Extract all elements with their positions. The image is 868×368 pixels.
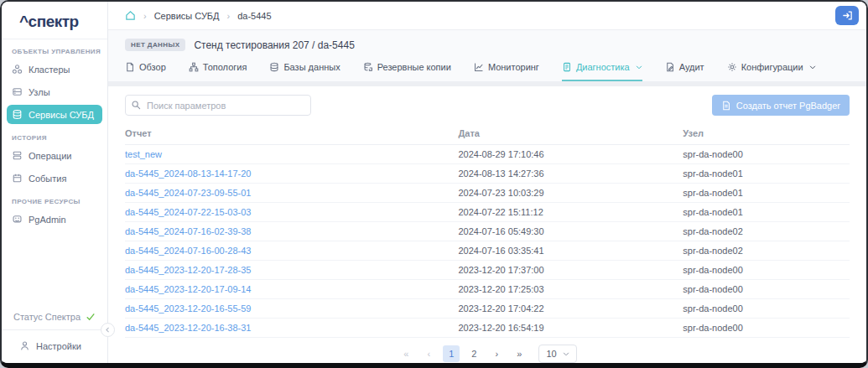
sidebar-section-history: ИСТОРИЯ <box>2 126 107 144</box>
collapse-circle-icon <box>105 327 111 333</box>
report-node: spr-da-node00 <box>683 319 850 338</box>
login-icon <box>842 10 853 21</box>
create-report-label: Создать отчет PgBadger <box>736 101 840 111</box>
report-node: spr-da-node00 <box>683 261 850 280</box>
topology-icon <box>189 62 199 72</box>
pagination-prev-button[interactable]: ‹ <box>420 345 437 362</box>
report-link[interactable]: da-5445_2024-08-13-14-17-20 <box>125 168 251 179</box>
status-label: Статус Спектра <box>13 312 81 322</box>
search-input[interactable] <box>125 95 311 116</box>
create-pgbadger-report-button[interactable]: Создать отчет PgBadger <box>712 95 850 116</box>
sidebar: ^спектр ОБЪЕКТЫ УПРАВЛЕНИЯ Кластеры Узлы… <box>2 2 108 363</box>
sidebar-collapse-button[interactable] <box>101 323 115 337</box>
events-icon <box>12 173 23 184</box>
sidebar-item-nodes[interactable]: Узлы <box>7 82 102 101</box>
report-link[interactable]: da-5445_2023-12-20-17-28-35 <box>125 265 251 275</box>
pagination-next-button[interactable]: › <box>488 345 505 362</box>
report-link[interactable]: test_new <box>125 149 162 159</box>
report-link[interactable]: da-5445_2024-07-16-00-28-43 <box>125 246 251 256</box>
clusters-icon <box>12 64 23 75</box>
report-link[interactable]: da-5445_2023-12-20-16-38-31 <box>125 323 251 333</box>
config-gear-icon <box>727 62 737 72</box>
table-header-row: Отчет Дата Узел <box>125 123 850 145</box>
tab-overview[interactable]: Обзор <box>125 62 166 81</box>
tab-label: Мониторинг <box>488 62 539 72</box>
sidebar-item-label: Сервисы СУБД <box>29 110 94 120</box>
service-header: НЕТ ДАННЫХ Стенд тестирования 207 / da-5… <box>108 30 866 81</box>
column-header-node: Узел <box>683 123 850 145</box>
home-icon[interactable] <box>125 10 136 21</box>
sidebar-item-pgadmin[interactable]: PgAdmin <box>7 210 102 229</box>
sidebar-item-settings[interactable]: Настройки <box>2 330 107 363</box>
sidebar-item-label: Кластеры <box>29 65 70 75</box>
sidebar-item-operations[interactable]: Операции <box>7 146 102 165</box>
tab-databases[interactable]: Базы данных <box>269 62 340 81</box>
status-badge: НЕТ ДАННЫХ <box>125 39 185 51</box>
sidebar-item-label: События <box>29 174 66 184</box>
tab-configurations[interactable]: Конфигурации <box>727 62 816 81</box>
spektr-status: Статус Спектра <box>2 304 107 329</box>
sidebar-item-events[interactable]: События <box>7 168 102 188</box>
report-link[interactable]: da-5445_2023-12-20-17-09-14 <box>125 284 251 294</box>
report-date: 2023-12-20 16:54:19 <box>458 319 683 338</box>
sidebar-item-label: Операции <box>29 151 71 161</box>
pagination-last-button[interactable]: » <box>511 345 528 362</box>
pagination-page-2[interactable]: 2 <box>465 345 482 362</box>
report-node: spr-da-node01 <box>683 164 850 184</box>
backup-icon <box>363 62 373 72</box>
page-size-select[interactable]: 10 <box>538 345 576 363</box>
report-link[interactable]: da-5445_2024-07-23-09-55-01 <box>125 188 251 198</box>
tab-label: Аудит <box>679 62 704 72</box>
tab-bar: Обзор Топология Базы данных Резервные ко… <box>125 62 850 81</box>
report-node: spr-da-node02 <box>683 222 850 241</box>
exit-button[interactable] <box>835 6 859 25</box>
tab-monitoring[interactable]: Мониторинг <box>474 62 539 81</box>
reports-toolbar: Создать отчет PgBadger <box>125 95 850 116</box>
breadcrumb: › Сервисы СУБД › da-5445 <box>108 2 866 30</box>
database-icon <box>269 62 279 72</box>
nodes-icon <box>12 86 23 97</box>
report-node: spr-da-node00 <box>683 280 850 299</box>
report-date: 2024-07-22 15:11:12 <box>458 203 683 222</box>
column-header-date: Дата <box>458 123 683 145</box>
table-row: da-5445_2023-12-20-16-55-59 2023-12-20 1… <box>125 299 850 319</box>
page-size-value: 10 <box>546 349 556 359</box>
table-row: da-5445_2024-07-16-00-28-43 2024-07-16 0… <box>125 241 850 261</box>
table-row: da-5445_2023-12-20-17-28-35 2023-12-20 1… <box>125 261 850 280</box>
app-window: ^спектр ОБЪЕКТЫ УПРАВЛЕНИЯ Кластеры Узлы… <box>0 0 868 368</box>
breadcrumb-item-service[interactable]: da-5445 <box>237 11 271 21</box>
report-date: 2023-12-20 17:25:03 <box>458 280 683 299</box>
report-link[interactable]: da-5445_2023-12-20-16-55-59 <box>125 303 251 314</box>
sidebar-item-db-services[interactable]: Сервисы СУБД <box>7 105 102 124</box>
tab-label: Топология <box>203 62 247 72</box>
sidebar-item-label: PgAdmin <box>29 215 66 225</box>
sidebar-section-other: ПРОЧИЕ РЕСУРСЫ <box>2 189 107 208</box>
report-link[interactable]: da-5445_2024-07-22-15-03-03 <box>125 207 251 217</box>
operations-icon <box>12 150 23 161</box>
table-row: da-5445_2023-12-20-17-09-14 2023-12-20 1… <box>125 280 850 299</box>
table-row: da-5445_2023-12-20-16-38-31 2023-12-20 1… <box>125 319 850 338</box>
report-date: 2024-08-13 14:27:36 <box>458 164 683 184</box>
tab-label: Конфигурации <box>741 62 803 72</box>
tab-topology[interactable]: Топология <box>189 62 247 81</box>
settings-label: Настройки <box>36 341 81 351</box>
report-link[interactable]: da-5445_2024-07-16-02-39-38 <box>125 226 251 236</box>
tab-diagnostics[interactable]: Диагностика <box>562 62 642 81</box>
sidebar-item-clusters[interactable]: Кластеры <box>7 60 102 79</box>
report-node: spr-da-node00 <box>683 299 850 319</box>
pagination-page-1[interactable]: 1 <box>443 345 460 362</box>
tab-audit[interactable]: Аудит <box>665 62 704 81</box>
tab-backups[interactable]: Резервные копии <box>363 62 451 81</box>
table-row: da-5445_2024-07-16-02-39-38 2024-07-16 0… <box>125 222 850 241</box>
report-date: 2024-08-29 17:10:46 <box>458 145 683 164</box>
diagnostics-icon <box>562 62 572 72</box>
sidebar-footer: Статус Спектра Настройки <box>2 304 107 363</box>
breadcrumb-item-db-services[interactable]: Сервисы СУБД <box>154 11 220 21</box>
report-date: 2024-07-16 05:49:30 <box>458 222 683 241</box>
sidebar-divider <box>2 329 107 330</box>
document-icon <box>125 62 135 72</box>
pagination-first-button[interactable]: « <box>398 345 414 362</box>
chevron-down-icon <box>636 65 642 70</box>
report-date: 2023-12-20 17:04:22 <box>458 299 683 319</box>
page-title: Стенд тестирования 207 / da-5445 <box>194 39 354 51</box>
